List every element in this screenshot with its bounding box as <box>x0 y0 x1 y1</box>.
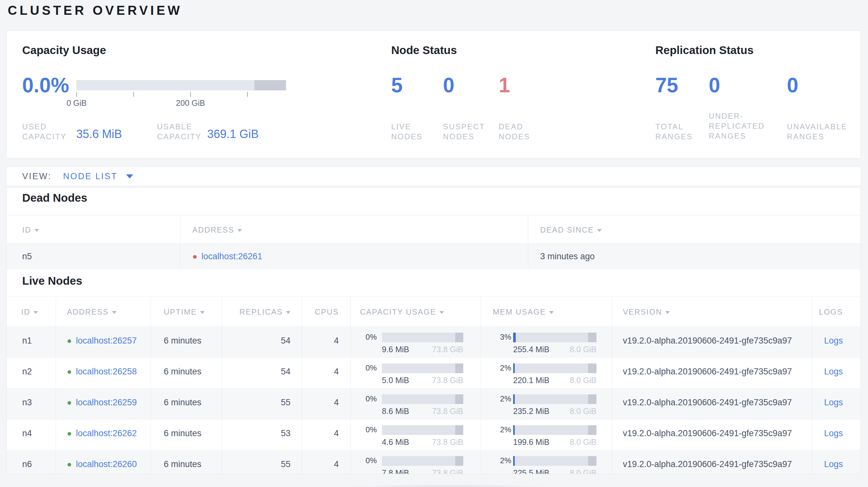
cell-version: v19.2.0-alpha.20190606-2491-gfe735c9a97 <box>623 397 792 408</box>
column-divider <box>222 296 222 474</box>
dead-nodes-label: DEAD NODES <box>499 122 540 141</box>
node-address-link[interactable]: localhost:26259 <box>76 397 137 407</box>
capacity-bar <box>382 333 463 342</box>
live-col-replicas-label: REPLICAS <box>239 307 283 316</box>
cell-node-address: localhost:26259 <box>68 397 137 408</box>
column-divider <box>151 296 151 474</box>
live-status-dot-icon <box>68 401 71 404</box>
node-address-link[interactable]: localhost:26257 <box>76 336 137 346</box>
capacity-bar <box>382 363 463 373</box>
capacity-bar <box>382 456 463 466</box>
cell-version: v19.2.0-alpha.20190606-2491-gfe735c9a97 <box>623 459 792 469</box>
mem-bar <box>513 394 596 404</box>
logs-link[interactable]: Logs <box>824 397 843 407</box>
live-col-mem[interactable]: MEM USAGE <box>493 307 554 317</box>
cell-replicas: 53 <box>222 428 290 439</box>
dead-col-dead-since-label: DEAD SINCE <box>540 226 594 234</box>
capacity-percent-label: 0% <box>359 363 377 373</box>
sort-desc-icon <box>286 311 290 314</box>
cell-uptime: 6 minutes <box>164 459 202 469</box>
logs-link[interactable]: Logs <box>824 367 843 376</box>
cell-node-address: localhost:26262 <box>68 428 137 439</box>
live-col-cpus[interactable]: CPUS <box>302 307 339 317</box>
cell-node-id: n1 <box>22 336 32 346</box>
live-node-row: n4 localhost:26262 6 minutes 53 4 0% 4.6… <box>7 419 861 450</box>
node-address-link[interactable]: localhost:26262 <box>76 428 137 438</box>
live-col-address[interactable]: ADDRESS <box>67 307 117 317</box>
suspect-nodes-value: 0 <box>443 73 455 97</box>
chevron-down-icon[interactable] <box>126 174 133 178</box>
column-divider <box>812 296 812 474</box>
cell-dead-since: 3 minutes ago <box>540 252 595 261</box>
capacity-bar <box>382 425 463 435</box>
mem-bar <box>513 363 596 373</box>
node-address-link[interactable]: localhost:26260 <box>76 459 137 469</box>
cell-node-id: n2 <box>22 367 32 377</box>
dead-col-address[interactable]: ADDRESS <box>192 226 242 234</box>
capacity-bar <box>382 394 463 404</box>
nodes-card: Dead Nodes ID ADDRESS DEAD SINCE n5 loca… <box>6 187 861 474</box>
cell-cpus: 4 <box>302 428 339 439</box>
cell-version: v19.2.0-alpha.20190606-2491-gfe735c9a97 <box>623 367 792 377</box>
unavailable-ranges-label: UNAVAILABLE RANGES <box>787 122 856 141</box>
dead-col-dead-since[interactable]: DEAD SINCE <box>540 226 601 234</box>
mem-percent-label: 2% <box>489 425 511 435</box>
column-divider <box>612 296 612 474</box>
live-nodes-label: LIVE NODES <box>391 122 433 141</box>
logs-link[interactable]: Logs <box>824 428 843 438</box>
cell-replicas: 55 <box>222 459 290 469</box>
sort-desc-icon <box>200 311 205 314</box>
suspect-nodes-label: SUSPECT NODES <box>443 122 487 141</box>
live-nodes-value: 5 <box>391 73 403 97</box>
live-col-id[interactable]: ID <box>21 307 38 317</box>
cell-node-id: n6 <box>22 459 32 469</box>
logs-link[interactable]: Logs <box>824 336 843 346</box>
mem-bar-fill <box>513 333 516 342</box>
live-nodes-table-header: ID ADDRESS UPTIME REPLICAS CPUS CAPACITY… <box>7 296 861 327</box>
column-divider <box>56 296 56 474</box>
view-label: VIEW: <box>22 171 52 182</box>
live-col-mem-label: MEM USAGE <box>493 307 546 316</box>
capacity-axis-label-200: 200 GiB <box>165 98 216 108</box>
node-address-link[interactable]: localhost:26258 <box>76 367 137 376</box>
live-node-row: n2 localhost:26258 6 minutes 54 4 0% 5.0… <box>7 358 861 389</box>
mem-bar-fill <box>513 425 515 435</box>
live-col-capacity[interactable]: CAPACITY USAGE <box>360 307 444 317</box>
cell-replicas: 55 <box>222 397 290 408</box>
capacity-percent-label: 0% <box>359 455 377 466</box>
page-title: CLUSTER OVERVIEW <box>8 3 182 18</box>
mem-bar-fill <box>513 456 515 466</box>
node-address-link[interactable]: localhost:26261 <box>202 252 262 261</box>
capacity-axis-tick <box>190 92 191 97</box>
column-divider <box>302 296 302 474</box>
live-col-replicas[interactable]: REPLICAS <box>222 307 290 317</box>
dead-col-id[interactable]: ID <box>22 226 39 234</box>
capacity-usage-title: Capacity Usage <box>22 44 106 57</box>
mem-bar-fill <box>513 363 515 373</box>
capacity-used-value: 7.8 MiB <box>382 468 409 474</box>
unavailable-ranges-value: 0 <box>787 73 799 97</box>
sort-desc-icon <box>665 311 670 314</box>
cell-logs: Logs <box>812 459 843 469</box>
logs-link[interactable]: Logs <box>824 459 843 469</box>
live-col-uptime-label: UPTIME <box>164 307 197 316</box>
live-col-version[interactable]: VERSION <box>623 307 670 317</box>
dead-col-id-label: ID <box>22 226 31 234</box>
live-status-dot-icon <box>68 370 71 374</box>
node-status-title: Node Status <box>391 44 457 57</box>
cell-logs: Logs <box>812 428 843 439</box>
total-ranges-value: 75 <box>655 73 678 97</box>
column-divider <box>480 296 481 474</box>
cell-node-id: n4 <box>22 428 32 439</box>
capacity-used-value: 9.6 MiB <box>382 345 409 355</box>
dead-col-address-label: ADDRESS <box>192 226 234 234</box>
dead-nodes-heading: Dead Nodes <box>22 191 87 204</box>
view-dropdown[interactable]: NODE LIST <box>63 171 118 182</box>
capacity-usage-bar <box>76 80 286 90</box>
live-col-address-label: ADDRESS <box>67 307 109 316</box>
mem-total-value: 8.0 GiB <box>570 407 596 417</box>
capacity-total-value: 73.8 GiB <box>432 345 463 355</box>
cell-logs: Logs <box>812 367 843 377</box>
live-col-uptime[interactable]: UPTIME <box>164 307 205 317</box>
replication-status-title: Replication Status <box>655 44 753 57</box>
